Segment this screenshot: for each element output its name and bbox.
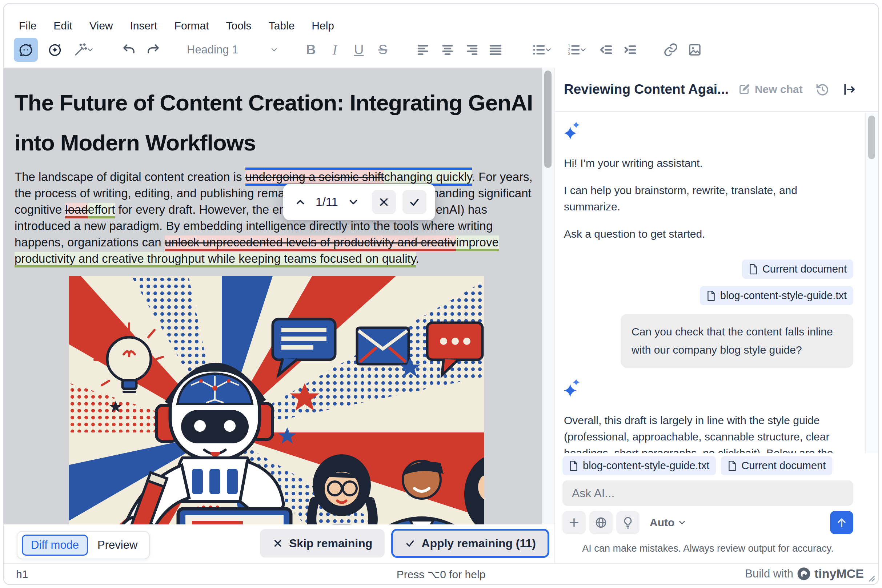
document-illustration [69,276,484,524]
strikethrough-button[interactable]: S [371,38,395,62]
ai-chat-panel: Reviewing Content Agai... New chat Hi! I… [554,68,878,563]
close-icon [378,196,390,208]
menu-format[interactable]: Format [174,20,209,32]
italic-icon: I [333,42,337,58]
ai-mode-select[interactable]: Auto [650,516,687,529]
attachment-chip-current-document[interactable]: Current document [742,260,853,279]
chat-header: Reviewing Content Agai... New chat [555,68,878,112]
chevron-down-icon [579,46,587,54]
collapse-panel-button[interactable] [842,82,856,97]
build-with-label: Build with [745,567,793,580]
composer-chip-style-guide[interactable]: blog-content-style-guide.txt [562,456,716,476]
previous-change-button[interactable] [292,194,309,210]
bold-button[interactable]: B [299,38,323,62]
preview-button[interactable]: Preview [90,536,145,555]
send-button[interactable] [830,511,853,534]
link-button[interactable] [659,38,683,62]
diff-deletion[interactable]: unlock unprecedented levels of productiv… [165,236,456,251]
ai-greeting-1: Hi! I’m your writing assistant. [564,155,853,171]
ask-ai-input[interactable] [562,480,853,506]
bold-icon: B [306,42,316,57]
diff-action-bar: Diff mode Preview Skip remaining Apply r… [4,524,554,564]
ai-response: Overall, this draft is largely in line w… [564,412,853,453]
strikethrough-icon: S [379,42,388,57]
undo-button[interactable] [117,38,141,62]
toolbar: Heading 1 B I U S 123 [4,32,878,68]
diff-insertion-active[interactable]: changing quickly [384,168,472,186]
view-mode-toggle: Diff mode Preview [17,531,150,559]
document-icon [706,290,716,301]
menu-help[interactable]: Help [312,20,334,32]
reject-change-button[interactable] [372,190,396,214]
numbered-list-button[interactable]: 123 [559,38,594,62]
ai-review-button[interactable] [43,38,67,62]
document-body[interactable]: The Future of Content Creation: Integrat… [4,68,554,524]
arrow-up-icon [835,516,848,529]
diff-insertion[interactable]: effort [88,203,115,218]
check-icon [405,538,416,549]
chat-message-list[interactable]: Hi! I’m your writing assistant. I can he… [555,112,878,453]
diff-deletion-active[interactable]: undergoing a seismic shift [245,168,384,186]
menu-file[interactable]: File [19,20,36,32]
element-path[interactable]: h1 [16,568,28,580]
chat-history-button[interactable] [815,82,829,97]
apply-remaining-button[interactable]: Apply remaining (11) [391,529,549,558]
web-search-button[interactable] [589,511,613,534]
align-justify-button[interactable] [484,38,508,62]
diff-mode-button[interactable]: Diff mode [22,535,88,556]
align-right-icon [464,42,479,57]
editor-scrollbar[interactable] [542,68,554,524]
editor-scrollbar-thumb[interactable] [544,70,551,168]
align-center-button[interactable] [436,38,460,62]
check-icon [408,196,421,208]
chat-scrollbar[interactable] [865,112,878,453]
indent-button[interactable] [618,38,642,62]
outdent-button[interactable] [594,38,618,62]
image-button[interactable] [683,38,707,62]
chevron-down-icon [270,45,278,54]
editor-content-area[interactable]: The Future of Content Creation: Integrat… [4,68,554,524]
redo-button[interactable] [141,38,165,62]
menu-tools[interactable]: Tools [226,20,252,32]
ai-assistant-button[interactable] [14,38,38,62]
next-change-button[interactable] [345,194,362,210]
new-chat-button[interactable]: New chat [738,83,803,96]
align-left-button[interactable] [412,38,436,62]
underline-button[interactable]: U [347,38,371,62]
branding[interactable]: Build with tinyMCE [745,567,864,581]
italic-button[interactable]: I [323,38,347,62]
plus-icon [568,516,581,529]
chat-composer: blog-content-style-guide.txt Current doc… [555,453,878,563]
attachment-label: blog-content-style-guide.txt [720,290,847,302]
menu-insert[interactable]: Insert [130,20,158,32]
accessibility-help: Press ⌥0 for help [397,568,486,581]
document-paragraph[interactable]: The landscape of digital content creatio… [15,169,534,267]
attachment-chip-style-guide[interactable]: blog-content-style-guide.txt [700,286,853,305]
ai-shortcuts-button[interactable] [67,38,100,62]
bullet-list-button[interactable] [524,38,559,62]
paragraph-text: The landscape of digital content creatio… [15,170,245,183]
svg-text:3: 3 [568,51,570,56]
menu-edit[interactable]: Edit [53,20,72,32]
skip-remaining-button[interactable]: Skip remaining [260,529,385,558]
chat-scrollbar-thumb[interactable] [868,116,875,159]
suggestions-button[interactable] [616,511,640,534]
document-icon [748,264,758,275]
menubar: File Edit View Insert Format Tools Table… [4,4,878,35]
chevron-down-icon [544,46,552,54]
status-bar: h1 Press ⌥0 for help Build with tinyMCE [4,563,878,584]
accept-change-button[interactable] [403,190,427,214]
document-title[interactable]: The Future of Content Creation: Integrat… [15,83,535,163]
format-select-label: Heading 1 [187,43,238,56]
link-icon [663,42,678,57]
resize-grip-icon[interactable] [865,572,876,583]
menu-view[interactable]: View [89,20,113,32]
format-select[interactable]: Heading 1 [182,38,282,62]
align-right-button[interactable] [460,38,484,62]
add-attachment-button[interactable] [562,511,586,534]
diff-deletion[interactable]: load [65,203,88,218]
new-chat-label: New chat [755,83,803,96]
composer-chip-current-document[interactable]: Current document [721,456,832,476]
globe-icon [594,516,607,529]
menu-table[interactable]: Table [269,20,295,32]
